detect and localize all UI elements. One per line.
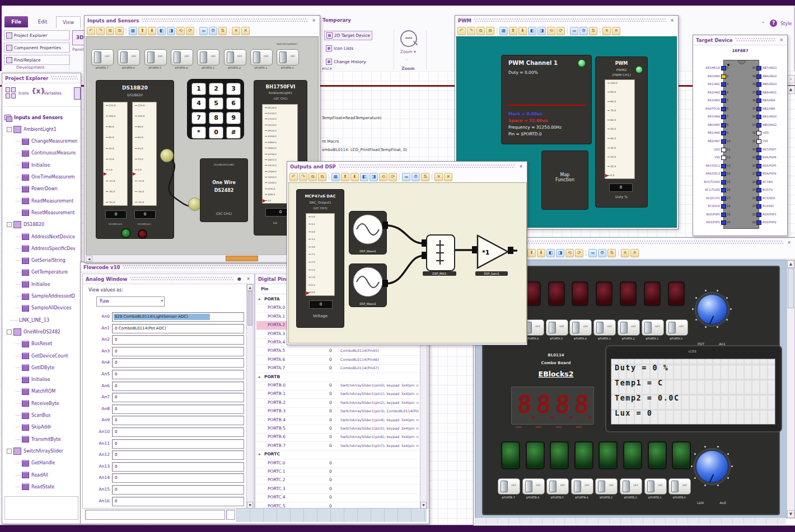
tree-item-addressspecificdev[interactable]: AddressSpecificDev [16, 243, 94, 253]
scroll-down-icon[interactable]: ▼ [247, 502, 253, 509]
flip-horizontal-icon[interactable]: ◧ [360, 173, 368, 181]
scroll-up-icon[interactable]: ▲ [247, 284, 253, 291]
tree-item-link-line-13[interactable]: LINK_LINE_13 [10, 315, 88, 325]
close-icon[interactable]: × [245, 276, 251, 282]
keypad-key-6[interactable]: 6 [226, 97, 241, 110]
tree-item-onewireds2482[interactable]: -OneWireDS2482 [7, 327, 85, 337]
tree-item-ds18b20[interactable]: -DS18B20 [7, 220, 85, 230]
digital-row-portc[interactable]: ▸PORTC [256, 450, 420, 459]
tab-view[interactable]: View [56, 16, 81, 28]
analog-input-An5[interactable]: 0 [112, 370, 244, 379]
scroll-thumb[interactable] [226, 256, 258, 261]
redo-icon[interactable]: ↷ [299, 173, 307, 181]
delete-all-icon[interactable]: ✕ [612, 27, 620, 35]
tree-item-onetimemeasurem[interactable]: OneTimeMeasurem [16, 172, 94, 182]
rotate-ccw-icon[interactable]: ⟲ [379, 173, 387, 181]
board-switch-portb5[interactable]: OFF [546, 478, 569, 495]
bring-front-icon[interactable]: ⬆ [341, 173, 349, 181]
scroll-thumb[interactable] [788, 268, 794, 308]
analog-input-An10[interactable]: 0 [112, 427, 244, 437]
undo-icon[interactable]: ↶ [87, 27, 95, 35]
board-switch-porta0[interactable]: OFF [666, 319, 688, 336]
keypad-key-5[interactable]: 5 [209, 97, 223, 110]
copy-icon[interactable]: ⧉ [308, 173, 317, 181]
delete-all-icon[interactable]: ✕ [241, 27, 250, 35]
digital-row-porta-7[interactable]: PORTA.70ComboBL0114(PinA7) [256, 364, 420, 373]
analog-input-An6[interactable]: 0 [112, 382, 244, 391]
tree-item-continuousmeasure[interactable]: ContinuousMeasure [16, 148, 94, 158]
tab-edit[interactable]: Edit [31, 16, 54, 27]
delete-icon[interactable]: ✕ [621, 249, 629, 257]
clipped-toolbar-icon[interactable] [74, 87, 81, 100]
view-values-dropdown[interactable]: Raw ▾ [96, 296, 165, 307]
tree-item-readmeasurement[interactable]: ReadMeasurement [16, 196, 94, 206]
board-switch-porta4[interactable]: OFF [569, 319, 592, 336]
input-switch-porta1[interactable]: OFF [250, 49, 273, 65]
redo-icon[interactable]: ↷ [467, 27, 475, 35]
rotate-ccw-icon[interactable]: ⟲ [176, 27, 185, 35]
grid-icon[interactable]: ▦ [129, 27, 137, 35]
close-icon[interactable]: × [518, 163, 524, 170]
target-device-titlebar[interactable]: Target Device × [693, 35, 787, 45]
tree-item-inputs-and-sensors[interactable]: Inputs and Sensors [4, 112, 83, 123]
check-change-history[interactable]: Change History [326, 58, 366, 66]
icons-view-icon[interactable] [6, 87, 17, 98]
board-switch-porta1[interactable]: OFF [642, 319, 664, 336]
digital-row-portc-2[interactable]: PORTC.20 [256, 476, 420, 485]
digital-row-portb-1[interactable]: PORTB.10SwitchArraySlider1(pin1), keypad… [256, 390, 420, 399]
digital-row-portc-1[interactable]: PORTC.10 [256, 468, 420, 477]
analog-scrollbar[interactable]: ▲ ▼ [246, 284, 254, 509]
analog-input-An9[interactable]: 0 [112, 416, 244, 425]
dsp-mixer-component[interactable] [426, 234, 455, 271]
paste-icon[interactable]: ⧉ [318, 173, 326, 181]
digital-row-porta-6[interactable]: PORTA.60ComboBL0114(PinA6) [256, 356, 420, 365]
board-switch-portb2[interactable]: OFF [620, 478, 642, 495]
digital-row-portc-0[interactable]: PORTC.00 [256, 459, 420, 468]
group-icon[interactable]: ⚌ [570, 27, 578, 35]
rotate-cw-icon[interactable]: ⟳ [389, 173, 397, 181]
expander-icon[interactable]: - [7, 127, 12, 132]
grid-icon[interactable]: ▦ [331, 173, 340, 181]
tree-item-powerdown[interactable]: PowerDown [16, 184, 94, 194]
properties-icon[interactable]: ⚙ [209, 27, 217, 35]
expander-icon[interactable]: ▸ [259, 452, 261, 456]
scroll-left-icon[interactable]: ◀ [86, 256, 92, 262]
inputs-hscrollbar[interactable]: ◀ ▶ [86, 255, 317, 262]
eblocks-vscrollbar[interactable]: ▲ ▼ [787, 260, 795, 519]
send-back-icon[interactable]: ⬇ [537, 249, 545, 257]
keypad-key-9[interactable]: 9 [226, 112, 241, 124]
close-icon[interactable]: × [786, 239, 792, 246]
board-switch-porta5[interactable]: OFF [546, 319, 568, 336]
onewire-ds2482-component[interactable]: OneWireDS2482One WireDS2482(I2C CH1) [200, 158, 248, 222]
rotate-cw-icon[interactable]: ⟳ [575, 249, 583, 257]
collapse-ribbon-icon[interactable]: ⌃ [761, 21, 765, 26]
redo-icon[interactable]: ↷ [96, 27, 105, 35]
properties-icon[interactable]: ⚙ [411, 173, 420, 181]
zoom-value[interactable]: - [406, 57, 408, 62]
delete-icon[interactable]: ✕ [232, 27, 240, 35]
toggle-find-replace[interactable]: Find/Replace [4, 55, 70, 65]
pwm-gauge-panel[interactable]: PWMPWM2(PWM CH1)100.090.080.070.060.050.… [595, 57, 648, 208]
grid-icon[interactable]: ▦ [499, 27, 508, 35]
project-explorer-titlebar[interactable]: Project Explorer [2, 73, 81, 83]
bring-front-icon[interactable]: ⬆ [527, 249, 536, 257]
toggle-project-explorer[interactable]: Project Explorer [4, 30, 70, 40]
toggle-component-properties[interactable]: Component Properties [4, 43, 70, 53]
rotate-cw-icon[interactable]: ⟳ [186, 27, 194, 35]
flip-vertical-icon[interactable]: ◨ [556, 249, 564, 257]
expander-icon[interactable]: ▸ [259, 297, 261, 302]
board-switch-portb3[interactable]: OFF [595, 478, 618, 495]
group-icon[interactable]: ⚌ [402, 173, 410, 181]
analog-window-titlebar[interactable]: Analog Window ● × [83, 274, 254, 284]
board-switch-portb1[interactable]: OFF [644, 478, 667, 495]
analog-input-An3[interactable]: 0 [112, 347, 244, 356]
input-switch-porta5[interactable]: OFF [144, 49, 167, 65]
analog-input-An4[interactable]: 0 [112, 358, 244, 368]
bring-front-icon[interactable]: ⬆ [138, 27, 147, 35]
input-switch-porta3[interactable]: OFF [197, 49, 219, 65]
close-icon[interactable]: × [311, 17, 317, 23]
analog-input-An12[interactable]: 0 [112, 450, 244, 460]
input-switch-porta6[interactable]: OFF [118, 49, 140, 65]
delete-all-icon[interactable]: ✕ [444, 173, 452, 181]
scroll-down-icon[interactable]: ▼ [787, 510, 794, 518]
